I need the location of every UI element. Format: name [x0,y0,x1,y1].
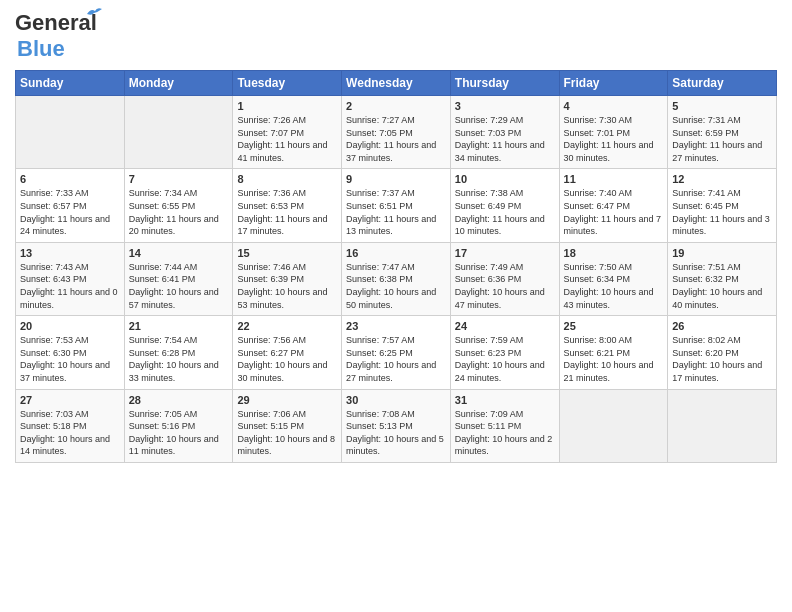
day-number: 1 [237,100,337,112]
day-number: 14 [129,247,229,259]
day-number: 31 [455,394,555,406]
day-info: Sunrise: 7:40 AM Sunset: 6:47 PM Dayligh… [564,187,664,237]
day-info: Sunrise: 7:33 AM Sunset: 6:57 PM Dayligh… [20,187,120,237]
calendar-cell: 9Sunrise: 7:37 AM Sunset: 6:51 PM Daylig… [342,169,451,242]
logo: General Blue [15,10,97,62]
day-number: 24 [455,320,555,332]
calendar-cell: 20Sunrise: 7:53 AM Sunset: 6:30 PM Dayli… [16,316,125,389]
day-info: Sunrise: 7:46 AM Sunset: 6:39 PM Dayligh… [237,261,337,311]
day-info: Sunrise: 7:08 AM Sunset: 5:13 PM Dayligh… [346,408,446,458]
day-number: 15 [237,247,337,259]
day-number: 23 [346,320,446,332]
day-info: Sunrise: 7:56 AM Sunset: 6:27 PM Dayligh… [237,334,337,384]
day-number: 25 [564,320,664,332]
day-number: 22 [237,320,337,332]
week-row-5: 27Sunrise: 7:03 AM Sunset: 5:18 PM Dayli… [16,389,777,462]
calendar-cell: 6Sunrise: 7:33 AM Sunset: 6:57 PM Daylig… [16,169,125,242]
day-info: Sunrise: 7:36 AM Sunset: 6:53 PM Dayligh… [237,187,337,237]
day-number: 4 [564,100,664,112]
calendar-cell: 16Sunrise: 7:47 AM Sunset: 6:38 PM Dayli… [342,242,451,315]
logo-text-blue: Blue [17,36,65,61]
day-info: Sunrise: 7:05 AM Sunset: 5:16 PM Dayligh… [129,408,229,458]
day-info: Sunrise: 7:54 AM Sunset: 6:28 PM Dayligh… [129,334,229,384]
day-number: 29 [237,394,337,406]
day-info: Sunrise: 7:38 AM Sunset: 6:49 PM Dayligh… [455,187,555,237]
day-number: 9 [346,173,446,185]
day-number: 16 [346,247,446,259]
calendar-cell: 3Sunrise: 7:29 AM Sunset: 7:03 PM Daylig… [450,96,559,169]
page-header: General Blue [15,10,777,62]
day-number: 21 [129,320,229,332]
logo-bird-icon [85,6,103,22]
calendar-cell: 30Sunrise: 7:08 AM Sunset: 5:13 PM Dayli… [342,389,451,462]
day-info: Sunrise: 8:00 AM Sunset: 6:21 PM Dayligh… [564,334,664,384]
week-row-2: 6Sunrise: 7:33 AM Sunset: 6:57 PM Daylig… [16,169,777,242]
day-number: 3 [455,100,555,112]
calendar-cell: 31Sunrise: 7:09 AM Sunset: 5:11 PM Dayli… [450,389,559,462]
calendar-cell: 22Sunrise: 7:56 AM Sunset: 6:27 PM Dayli… [233,316,342,389]
day-info: Sunrise: 7:51 AM Sunset: 6:32 PM Dayligh… [672,261,772,311]
dow-tuesday: Tuesday [233,71,342,96]
day-number: 2 [346,100,446,112]
day-info: Sunrise: 7:44 AM Sunset: 6:41 PM Dayligh… [129,261,229,311]
dow-wednesday: Wednesday [342,71,451,96]
calendar-cell: 23Sunrise: 7:57 AM Sunset: 6:25 PM Dayli… [342,316,451,389]
day-number: 30 [346,394,446,406]
day-number: 19 [672,247,772,259]
day-info: Sunrise: 8:02 AM Sunset: 6:20 PM Dayligh… [672,334,772,384]
day-number: 12 [672,173,772,185]
calendar-cell: 27Sunrise: 7:03 AM Sunset: 5:18 PM Dayli… [16,389,125,462]
day-info: Sunrise: 7:03 AM Sunset: 5:18 PM Dayligh… [20,408,120,458]
day-info: Sunrise: 7:29 AM Sunset: 7:03 PM Dayligh… [455,114,555,164]
dow-saturday: Saturday [668,71,777,96]
day-number: 18 [564,247,664,259]
calendar-table: SundayMondayTuesdayWednesdayThursdayFrid… [15,70,777,463]
calendar-cell: 19Sunrise: 7:51 AM Sunset: 6:32 PM Dayli… [668,242,777,315]
calendar-cell: 21Sunrise: 7:54 AM Sunset: 6:28 PM Dayli… [124,316,233,389]
day-info: Sunrise: 7:26 AM Sunset: 7:07 PM Dayligh… [237,114,337,164]
day-info: Sunrise: 7:34 AM Sunset: 6:55 PM Dayligh… [129,187,229,237]
calendar-cell: 25Sunrise: 8:00 AM Sunset: 6:21 PM Dayli… [559,316,668,389]
logo-text-general: General [15,10,97,35]
day-number: 28 [129,394,229,406]
days-of-week-header: SundayMondayTuesdayWednesdayThursdayFrid… [16,71,777,96]
calendar-cell: 28Sunrise: 7:05 AM Sunset: 5:16 PM Dayli… [124,389,233,462]
day-info: Sunrise: 7:47 AM Sunset: 6:38 PM Dayligh… [346,261,446,311]
day-number: 26 [672,320,772,332]
day-info: Sunrise: 7:27 AM Sunset: 7:05 PM Dayligh… [346,114,446,164]
calendar-cell: 10Sunrise: 7:38 AM Sunset: 6:49 PM Dayli… [450,169,559,242]
calendar-cell: 14Sunrise: 7:44 AM Sunset: 6:41 PM Dayli… [124,242,233,315]
day-number: 11 [564,173,664,185]
day-info: Sunrise: 7:09 AM Sunset: 5:11 PM Dayligh… [455,408,555,458]
dow-thursday: Thursday [450,71,559,96]
day-number: 7 [129,173,229,185]
day-info: Sunrise: 7:43 AM Sunset: 6:43 PM Dayligh… [20,261,120,311]
calendar-cell: 5Sunrise: 7:31 AM Sunset: 6:59 PM Daylig… [668,96,777,169]
week-row-3: 13Sunrise: 7:43 AM Sunset: 6:43 PM Dayli… [16,242,777,315]
calendar-cell: 8Sunrise: 7:36 AM Sunset: 6:53 PM Daylig… [233,169,342,242]
day-number: 13 [20,247,120,259]
calendar-cell: 18Sunrise: 7:50 AM Sunset: 6:34 PM Dayli… [559,242,668,315]
calendar-body: 1Sunrise: 7:26 AM Sunset: 7:07 PM Daylig… [16,96,777,463]
day-number: 27 [20,394,120,406]
day-info: Sunrise: 7:53 AM Sunset: 6:30 PM Dayligh… [20,334,120,384]
day-info: Sunrise: 7:30 AM Sunset: 7:01 PM Dayligh… [564,114,664,164]
day-info: Sunrise: 7:50 AM Sunset: 6:34 PM Dayligh… [564,261,664,311]
day-info: Sunrise: 7:06 AM Sunset: 5:15 PM Dayligh… [237,408,337,458]
day-info: Sunrise: 7:41 AM Sunset: 6:45 PM Dayligh… [672,187,772,237]
calendar-cell [16,96,125,169]
calendar-cell: 12Sunrise: 7:41 AM Sunset: 6:45 PM Dayli… [668,169,777,242]
day-number: 8 [237,173,337,185]
calendar-cell: 11Sunrise: 7:40 AM Sunset: 6:47 PM Dayli… [559,169,668,242]
calendar-cell: 26Sunrise: 8:02 AM Sunset: 6:20 PM Dayli… [668,316,777,389]
week-row-4: 20Sunrise: 7:53 AM Sunset: 6:30 PM Dayli… [16,316,777,389]
day-number: 20 [20,320,120,332]
calendar-cell [668,389,777,462]
day-number: 5 [672,100,772,112]
calendar-cell: 17Sunrise: 7:49 AM Sunset: 6:36 PM Dayli… [450,242,559,315]
calendar-cell [559,389,668,462]
dow-friday: Friday [559,71,668,96]
day-info: Sunrise: 7:37 AM Sunset: 6:51 PM Dayligh… [346,187,446,237]
calendar-cell [124,96,233,169]
calendar-cell: 1Sunrise: 7:26 AM Sunset: 7:07 PM Daylig… [233,96,342,169]
